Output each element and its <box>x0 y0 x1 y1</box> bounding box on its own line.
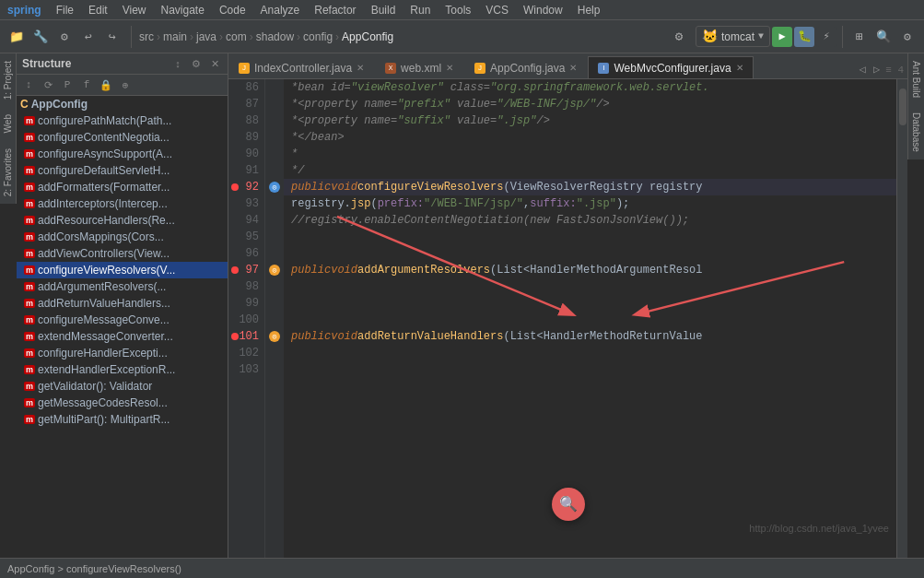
tree-item-5[interactable]: m addInterceptors(Intercep... <box>17 195 228 212</box>
tree-item-15[interactable]: m getValidator(): Validator <box>17 378 228 395</box>
scrollbar-thumb[interactable] <box>899 88 906 125</box>
tree-item-0[interactable]: m configurePathMatch(Path... <box>17 112 228 129</box>
menu-run[interactable]: Run <box>410 4 430 17</box>
gutter-92[interactable]: ⊙ <box>265 179 284 195</box>
toolbar-settings-icon[interactable]: ⚙ <box>896 26 918 48</box>
tab-close-btn[interactable]: ✕ <box>736 63 743 73</box>
code-line-90: * <box>284 146 907 162</box>
tree-btn-5[interactable]: 🔒 <box>98 77 114 93</box>
panel-icon-close[interactable]: ✕ <box>207 56 222 71</box>
profile-button[interactable]: ⚡ <box>816 27 836 47</box>
gutter-97[interactable]: ⊙ <box>265 262 284 278</box>
tree-item-12[interactable]: m extendMessageConverter... <box>17 328 228 345</box>
menu-navigate[interactable]: Navigate <box>161 4 205 17</box>
tree-item-2[interactable]: m configureAsyncSupport(A... <box>17 146 228 162</box>
right-scrollbar[interactable] <box>896 79 907 558</box>
toolbar-icon-1[interactable]: 📁 <box>6 26 28 48</box>
gutter-86 <box>265 79 284 96</box>
code-content[interactable]: *bean id="viewResolver" class="org.sprin… <box>284 79 907 558</box>
tree-btn-6[interactable]: ⊕ <box>117 77 134 93</box>
menu-tools[interactable]: Tools <box>445 4 471 17</box>
tree-item-10[interactable]: m addReturnValueHandlers... <box>17 295 228 312</box>
menu-view[interactable]: View <box>123 4 146 17</box>
code-line-100 <box>284 312 907 328</box>
tree-item-label: addCorsMappings(Cors... <box>38 230 164 243</box>
tree-item-configure-view-resolvers[interactable]: m configureViewResolvers(V... <box>17 262 228 278</box>
menu-file[interactable]: File <box>56 4 74 17</box>
breadcrumb-shadow[interactable]: shadow <box>256 30 294 43</box>
tab-webmvcconfigurer[interactable]: I WebMvcConfigurer.java ✕ <box>588 56 753 78</box>
settings-icon[interactable]: ⚙ <box>668 26 690 48</box>
tab-close-btn[interactable]: ✕ <box>446 63 453 73</box>
panel-icon-2[interactable]: ⚙ <box>189 56 204 71</box>
tree-sort-btn[interactable]: ↕ <box>20 77 37 93</box>
menu-vcs[interactable]: VCS <box>485 4 509 17</box>
menu-build[interactable]: Build <box>371 4 396 17</box>
tab-webxml[interactable]: X web.xml ✕ <box>375 56 463 78</box>
gutter-101[interactable]: ⊙ <box>265 328 284 345</box>
tree-item-appconfig[interactable]: C AppConfig <box>17 96 228 112</box>
menu-window[interactable]: Window <box>523 4 563 17</box>
database-tab[interactable]: Database <box>909 105 923 159</box>
tree-item-8[interactable]: m addViewControllers(View... <box>17 245 228 262</box>
impl-marker-92[interactable]: ⊙ <box>269 182 280 193</box>
tab-close-btn[interactable]: ✕ <box>569 63 577 73</box>
tree-item-7[interactable]: m addCorsMappings(Cors... <box>17 229 228 245</box>
toolbar-icon-2[interactable]: 🔧 <box>29 26 52 48</box>
tree-item-13[interactable]: m configureHandlerExcepti... <box>17 345 228 361</box>
panel-icon-1[interactable]: ↕ <box>170 56 185 71</box>
menu-edit[interactable]: Edit <box>88 4 108 17</box>
tree-btn-4[interactable]: f <box>78 77 95 93</box>
impl-marker-101[interactable]: ⊙ <box>269 331 280 342</box>
breadcrumb-appconfig[interactable]: AppConfig <box>342 30 393 43</box>
tree-item-1[interactable]: m configureContentNegotia... <box>17 129 228 146</box>
tree-item-17[interactable]: m getMultiPart(): MultipartR... <box>17 411 228 428</box>
menu-spring[interactable]: spring <box>7 4 41 17</box>
breadcrumb-com[interactable]: com <box>226 30 247 43</box>
impl-marker-97[interactable]: ⊙ <box>269 265 280 276</box>
tree-item-9[interactable]: m addArgumentResolvers(... <box>17 278 228 295</box>
tree-item-4[interactable]: m addFormatters(Formatter... <box>17 179 228 195</box>
tree-item-11[interactable]: m configureMessageConve... <box>17 312 228 328</box>
breadcrumb-java[interactable]: java <box>196 30 216 43</box>
tab-index-controller[interactable]: J IndexController.java ✕ <box>228 56 374 78</box>
web-tab[interactable]: Web <box>1 107 15 140</box>
menu-analyze[interactable]: Analyze <box>261 4 300 17</box>
menu-help[interactable]: Help <box>578 4 601 17</box>
tab-close-btn[interactable]: ✕ <box>357 63 364 73</box>
line-num-103: 103 <box>228 361 264 378</box>
tree-btn-2[interactable]: ⟳ <box>40 77 56 93</box>
run-config-selector[interactable]: 🐱 tomcat ▼ <box>696 26 770 47</box>
tab-scroll-right[interactable]: ▷ <box>871 61 882 78</box>
breadcrumb-config[interactable]: config <box>303 30 333 43</box>
toolbar-icon-redo[interactable]: ↪ <box>101 26 123 48</box>
run-config-label: tomcat <box>721 30 754 43</box>
toolbar-grid-icon[interactable]: ⊞ <box>848 26 871 48</box>
tab-appconfig[interactable]: J AppConfig.java ✕ <box>464 56 587 78</box>
search-fab-button[interactable]: 🔍 <box>552 488 585 521</box>
breadcrumb-main[interactable]: main <box>163 30 187 43</box>
breadcrumb-src[interactable]: src <box>139 30 154 43</box>
menu-code[interactable]: Code <box>219 4 246 17</box>
code-line-86: *bean id="viewResolver" class="org.sprin… <box>284 79 907 96</box>
run-button[interactable]: ▶ <box>772 27 792 47</box>
ant-build-tab[interactable]: Ant Build <box>909 53 923 105</box>
code-line-93: registry.jsp( prefix: "/WEB-INF/jsp/", s… <box>284 195 907 212</box>
tree-btn-3[interactable]: P <box>59 77 76 93</box>
menu-refactor[interactable]: Refactor <box>314 4 356 17</box>
line-num-98: 98 <box>228 278 264 295</box>
tree-toolbar: ↕ ⟳ P f 🔒 ⊕ <box>17 75 228 96</box>
tree-item-16[interactable]: m getMessageCodesResol... <box>17 395 228 411</box>
project-tab[interactable]: 1: Project <box>1 53 15 107</box>
toolbar-icon-3[interactable]: ⚙ <box>53 26 76 48</box>
tree-item-3[interactable]: m configureDefaultServletH... <box>17 162 228 179</box>
debug-button[interactable]: 🐛 <box>794 27 814 47</box>
tree-item-6[interactable]: m addResourceHandlers(Re... <box>17 212 228 229</box>
favorites-tab[interactable]: 2: Favorites <box>1 141 15 204</box>
tab-scroll-left[interactable]: ◁ <box>858 61 868 78</box>
breakpoint-dot-97 <box>231 266 239 274</box>
gutter-99 <box>265 295 284 312</box>
toolbar-search-icon[interactable]: 🔍 <box>872 26 895 48</box>
tree-item-14[interactable]: m extendHandlerExceptionR... <box>17 361 228 378</box>
toolbar-icon-undo[interactable]: ↩ <box>77 26 99 48</box>
